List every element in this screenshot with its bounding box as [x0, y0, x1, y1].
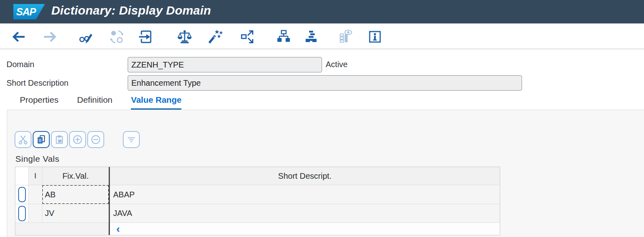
table-row-2-selector-cell — [15, 204, 29, 223]
domain-label: Domain — [6, 60, 34, 69]
copy-icon — [138, 29, 154, 45]
tab-strip: Properties Definition Value Range — [20, 95, 181, 110]
hierarchy-button[interactable] — [275, 28, 292, 45]
short-description-label: Short Description — [6, 78, 68, 88]
paste-icon — [54, 134, 65, 145]
sap-logo-text: SAP — [16, 6, 36, 18]
sap-logo: SAP — [13, 4, 45, 19]
row-2-select-button[interactable] — [18, 206, 26, 221]
column-header-i[interactable]: I — [29, 167, 42, 185]
page-title: Dictionary: Display Domain — [51, 4, 211, 17]
table-row-2-i-cell[interactable] — [29, 204, 42, 223]
resize-button[interactable] — [239, 28, 256, 45]
insert-row-button[interactable] — [69, 131, 86, 148]
row-2-short-descript: JAVA — [113, 209, 132, 218]
tab-value-range[interactable]: Value Range — [131, 95, 181, 110]
row-1-fix-val: AB — [45, 190, 56, 199]
insert-row-icon — [72, 134, 83, 145]
forward-icon — [42, 29, 58, 45]
column-header-short-descript[interactable]: Short Descript. — [110, 167, 500, 185]
copy-button[interactable] — [137, 28, 154, 45]
hierarchy-icon — [276, 29, 292, 45]
sap-gui-screen: SAP Dictionary: Display Domain — [0, 0, 644, 237]
cut-icon — [18, 134, 28, 145]
table-row-1-selector-cell — [15, 185, 29, 204]
copy-rows-icon — [36, 134, 46, 145]
where-used-button[interactable] — [303, 28, 320, 45]
activate-button[interactable] — [207, 28, 224, 45]
filter-button[interactable] — [123, 131, 140, 148]
scroll-left-chevron-icon[interactable]: ‹ — [110, 224, 120, 234]
table-row-2-fix-val-cell[interactable]: JV — [42, 204, 109, 223]
horizontal-scrollbar[interactable]: ‹ — [110, 223, 500, 235]
back-icon — [11, 29, 27, 45]
cut-button[interactable] — [15, 131, 32, 148]
forward-button[interactable] — [41, 28, 58, 45]
column-header-selector[interactable] — [15, 167, 29, 185]
table-footer-fixed-area — [15, 223, 109, 235]
table-row-2-short-descript-cell[interactable]: JAVA — [110, 204, 500, 223]
main-toolbar — [0, 23, 644, 49]
row-1-short-descript: ABAP — [113, 190, 135, 199]
information-button[interactable] — [366, 28, 383, 45]
single-values-table: I Fix.Val. Short Descript. AB ABAP JV JA… — [15, 167, 500, 235]
refresh-button[interactable] — [108, 28, 125, 45]
table-row-1-fix-val-cell[interactable]: AB — [42, 185, 109, 204]
information-icon — [367, 29, 383, 45]
where-used-icon — [303, 29, 319, 45]
consistency-check-icon — [177, 29, 193, 45]
tab-properties[interactable]: Properties — [20, 95, 59, 110]
display-change-icon — [78, 29, 94, 45]
copy-rows-button[interactable] — [33, 131, 50, 148]
resize-icon — [240, 29, 256, 45]
short-description-input[interactable] — [128, 75, 522, 91]
status-label: Active — [326, 60, 347, 69]
refresh-icon — [109, 29, 125, 45]
column-header-fix-val[interactable]: Fix.Val. — [42, 167, 109, 185]
display-list-icon — [338, 29, 354, 45]
delete-row-button[interactable] — [87, 131, 104, 148]
delete-row-icon — [90, 134, 101, 145]
table-row-1-short-descript-cell[interactable]: ABAP — [110, 185, 500, 204]
row-1-select-button[interactable] — [18, 187, 26, 202]
back-button[interactable] — [11, 28, 27, 45]
consistency-check-button[interactable] — [176, 28, 193, 45]
table-row-1-i-cell[interactable] — [29, 185, 42, 204]
tab-definition[interactable]: Definition — [77, 95, 113, 110]
section-title: Single Vals — [15, 154, 59, 164]
domain-input[interactable] — [128, 57, 322, 72]
paste-button[interactable] — [51, 131, 68, 148]
display-change-button[interactable] — [78, 28, 95, 45]
titlebar: SAP Dictionary: Display Domain — [0, 0, 644, 23]
activate-wand-icon — [207, 29, 223, 45]
display-list-button[interactable] — [337, 28, 354, 45]
row-2-fix-val: JV — [45, 209, 54, 218]
filter-icon — [126, 134, 137, 145]
